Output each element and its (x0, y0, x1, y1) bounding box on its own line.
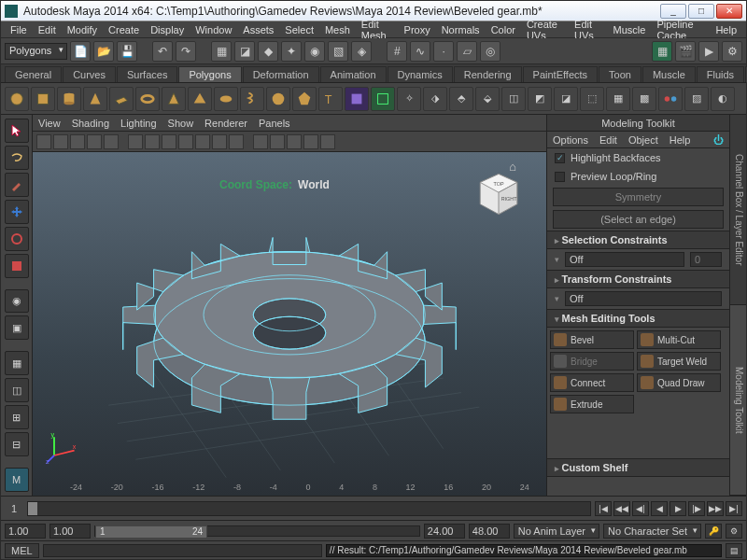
snap-live-icon[interactable]: ◎ (480, 41, 500, 62)
torus-icon[interactable] (135, 87, 160, 111)
layout-icon[interactable]: ⊞ (5, 405, 29, 429)
step-back-icon[interactable]: ◀◀ (613, 501, 630, 516)
prism-icon[interactable] (162, 87, 186, 111)
range-track[interactable]: 124 (94, 525, 420, 537)
panel-tool-icon[interactable] (320, 134, 335, 149)
menu-item[interactable]: Window (190, 24, 237, 35)
panel-tool-icon[interactable] (162, 134, 176, 149)
select-mask-icon[interactable]: ✦ (281, 41, 302, 62)
goto-start-icon[interactable]: |◀ (595, 501, 612, 516)
panel-tool-icon[interactable] (212, 134, 227, 149)
shelf-tab[interactable]: Animation (320, 66, 387, 82)
selection-icon[interactable] (371, 87, 395, 111)
panel-tool-icon[interactable] (53, 134, 68, 149)
tool-icon[interactable]: ▨ (684, 87, 709, 111)
selection-constraint-field[interactable]: Off (565, 252, 684, 267)
tool-icon[interactable]: ▦ (606, 87, 630, 111)
range-start-outer[interactable]: 1.00 (5, 524, 46, 539)
layout-icon[interactable]: ▦ (5, 351, 29, 375)
play-forward-icon[interactable]: ▶ (669, 501, 686, 516)
prefs-icon[interactable]: ⚙ (726, 524, 742, 539)
highlight-backfaces-checkbox[interactable]: ✓ (555, 153, 565, 163)
script-language-dropdown[interactable]: MEL (5, 543, 39, 558)
pyramid-icon[interactable] (188, 87, 212, 111)
quaddraw-tool-button[interactable]: Quad Draw (637, 373, 721, 392)
lasso-tool-icon[interactable] (5, 146, 29, 170)
chevron-down-icon[interactable]: ▾ (555, 294, 559, 303)
shelf-tab[interactable]: Surfaces (117, 66, 177, 82)
side-tab-modeling-toolkit[interactable]: Modeling Toolkit (730, 305, 746, 496)
modeling-toolkit-icon[interactable] (345, 87, 369, 111)
sphere-icon[interactable] (5, 87, 29, 111)
shelf-tab[interactable]: Rendering (454, 66, 522, 82)
shelf-tab[interactable]: Deformation (243, 66, 319, 82)
menu-item[interactable]: Edit (33, 24, 62, 35)
panel-tool-icon[interactable] (36, 134, 51, 149)
targetweld-tool-button[interactable]: Target Weld (637, 352, 721, 371)
menu-item[interactable]: Edit Mesh (356, 19, 399, 41)
menu-item[interactable]: Assets (237, 24, 279, 35)
new-scene-icon[interactable]: 📄 (70, 41, 91, 62)
pipe-icon[interactable] (214, 87, 238, 111)
move-tool-icon[interactable] (5, 200, 29, 224)
shelf-tab[interactable]: Dynamics (388, 66, 453, 82)
panel-menu[interactable]: Renderer (204, 118, 247, 129)
ipr-icon[interactable]: ▶ (698, 41, 719, 62)
section-selection-constraints[interactable]: Selection Constraints (547, 231, 729, 249)
panel-tool-icon[interactable] (270, 134, 285, 149)
toolkit-menu[interactable]: Help (669, 134, 691, 146)
section-mesh-editing[interactable]: Mesh Editing Tools (547, 309, 729, 328)
frame-marker[interactable] (28, 502, 37, 515)
menu-item[interactable]: Mesh (319, 24, 356, 35)
panel-tool-icon[interactable] (303, 134, 318, 149)
next-key-icon[interactable]: |▶ (688, 501, 705, 516)
select-mask-icon[interactable]: ◈ (351, 41, 372, 62)
menu-item[interactable]: Pipeline Cache (651, 19, 710, 41)
snap-grid-icon[interactable]: # (387, 41, 407, 62)
tool-icon[interactable] (658, 87, 683, 111)
menu-item[interactable]: Modify (62, 24, 103, 35)
close-button[interactable]: ✕ (716, 4, 742, 19)
bevel-tool-button[interactable]: Bevel (550, 330, 634, 349)
helix-icon[interactable] (240, 87, 264, 111)
menu-item[interactable]: Display (145, 24, 190, 35)
range-end-inner[interactable]: 24.00 (424, 524, 465, 539)
panel-tool-icon[interactable] (128, 134, 143, 149)
shelf-tab[interactable]: Toon (599, 66, 641, 82)
modeling-toolkit-toggle-icon[interactable]: ▦ (652, 41, 672, 62)
menu-item[interactable]: Create UVs (521, 19, 569, 41)
section-custom-shelf[interactable]: Custom Shelf (547, 458, 729, 477)
toolkit-menu[interactable]: Object (628, 134, 658, 146)
scale-tool-icon[interactable] (5, 254, 29, 278)
plane-icon[interactable] (109, 87, 134, 111)
menu-item[interactable]: Muscle (608, 24, 652, 35)
time-track[interactable] (27, 501, 591, 516)
panel-tool-icon[interactable] (70, 134, 85, 149)
panel-tool-icon[interactable] (229, 134, 244, 149)
redo-icon[interactable]: ↷ (176, 41, 196, 62)
shelf-tab[interactable]: Curves (63, 66, 116, 82)
tool-icon[interactable]: ▩ (632, 87, 656, 111)
soft-select-icon[interactable]: ◉ (5, 289, 29, 314)
select-mask-icon[interactable]: ◉ (304, 41, 325, 62)
layout-icon[interactable]: ◫ (5, 378, 29, 402)
play-back-icon[interactable]: ◀ (651, 501, 668, 516)
menu-item[interactable]: Normals (436, 24, 486, 35)
menu-item[interactable]: Proxy (399, 24, 436, 35)
select-mask-icon[interactable]: ◪ (234, 41, 255, 62)
select-mask-icon[interactable]: ◆ (258, 41, 278, 62)
preview-loop-checkbox[interactable] (555, 172, 565, 182)
tool-icon[interactable]: ◩ (528, 87, 552, 111)
auto-key-icon[interactable]: 🔑 (705, 524, 722, 539)
tool-icon[interactable]: ⬘ (449, 87, 473, 111)
select-mask-icon[interactable]: ▧ (328, 41, 348, 62)
menu-item[interactable]: Select (279, 24, 319, 35)
step-forward-icon[interactable]: ▶▶ (707, 501, 724, 516)
panel-tool-icon[interactable] (195, 134, 210, 149)
menu-item[interactable]: File (5, 24, 33, 35)
chevron-down-icon[interactable]: ▾ (555, 255, 559, 264)
shelf-tab[interactable]: Polygons (178, 66, 241, 82)
panel-menu[interactable]: Show (168, 118, 194, 129)
range-end-outer[interactable]: 48.00 (469, 524, 510, 539)
transform-constraint-field[interactable]: Off (565, 291, 722, 306)
